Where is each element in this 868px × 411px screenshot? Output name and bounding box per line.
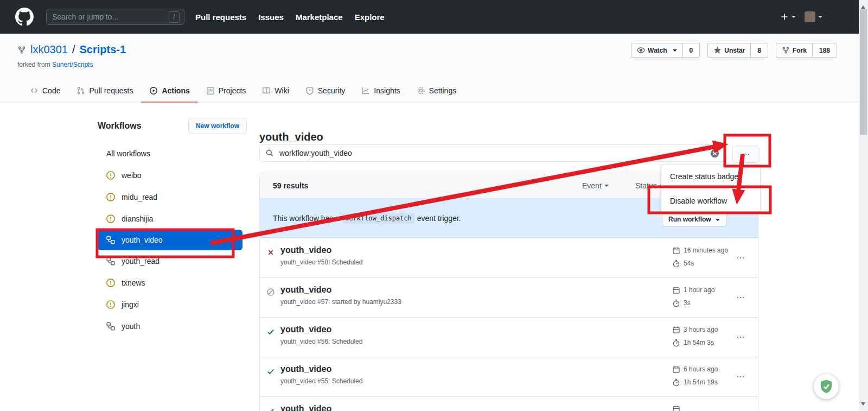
tab-insights[interactable]: Insights [353,80,408,103]
sidebar-item-youth[interactable]: youth [98,315,247,337]
run-row: youth_video youth_video #56: Scheduled 3… [260,317,758,357]
run-title-link[interactable]: youth_video [280,285,401,295]
workflow-icon [106,257,115,265]
sidebar-item-youth_video[interactable]: youth_video [98,230,242,250]
navbar-right [780,0,822,34]
repo-owner-link[interactable]: lxk0301 [30,43,68,56]
calendar-icon [672,286,680,294]
run-subtitle: youth_video #56: Scheduled [280,338,362,345]
top-navbar: / Pull requests Issues Marketplace Explo… [0,0,859,34]
event-filter[interactable]: Event [582,173,609,198]
github-logo-icon[interactable] [15,8,34,26]
tab-code[interactable]: Code [22,80,68,103]
banner-text: event trigger. [417,214,461,223]
run-options-button[interactable] [736,293,745,302]
page-scrollbar[interactable] [859,0,868,411]
runs-filter-input[interactable] [278,148,706,158]
global-search-input[interactable] [51,12,169,22]
user-menu[interactable] [805,11,822,22]
tab-label: Actions [162,86,189,95]
sidebar-item-dianshijia[interactable]: dianshijia [98,208,247,230]
run-subtitle: youth_video #55: Scheduled [280,377,362,385]
results-count: 59 results [273,181,308,190]
workflow-options-menu: Create status badge Disable workflow [661,164,761,213]
scrollbar-up-arrow[interactable] [861,3,865,9]
tab-projects[interactable]: Projects [198,80,254,103]
sidebar-item-weibo[interactable]: weibo [98,165,247,186]
fork-button[interactable]: Fork [776,43,813,58]
tab-settings[interactable]: Settings [409,80,465,103]
eye-icon [637,46,645,54]
repo-action-buttons: Watch 0 Unstar 8 Fork 188 [631,43,837,58]
watch-button[interactable]: Watch [631,43,683,58]
repo-name-link[interactable]: Scripts-1 [80,43,126,56]
calendar-icon [672,405,680,411]
global-search-box[interactable]: / [46,9,184,25]
star-count[interactable]: 8 [751,43,768,58]
nav-explore[interactable]: Explore [355,12,385,22]
unstar-button[interactable]: Unstar [707,43,751,58]
unstar-label: Unstar [724,47,745,54]
forked-from-link[interactable]: Sunert/Scripts [52,61,93,68]
watch-count[interactable]: 0 [683,43,700,58]
run-options-button[interactable] [736,372,745,381]
sidebar-item-all-workflows[interactable]: All workflows [98,143,247,165]
tab-label: Wiki [275,86,289,95]
repo-tabs: Code Pull requests Actions Projects Wiki… [22,80,464,103]
run-time: 6 hours ago [684,365,718,373]
create-new-menu[interactable] [780,12,796,21]
menu-item-disable-workflow[interactable]: Disable workflow [661,188,760,212]
sidebar-item-jingxi[interactable]: jingxi [98,294,247,315]
global-nav: Pull requests Issues Marketplace Explore [195,0,385,34]
run-workflow-button[interactable]: Run workflow [662,212,726,226]
scrollbar-down-arrow[interactable] [861,402,865,408]
run-options-button[interactable] [736,333,745,342]
menu-item-create-status-badge[interactable]: Create status badge [661,165,760,188]
run-title-link[interactable]: youth_video [280,245,362,255]
tab-wiki[interactable]: Wiki [254,80,297,103]
git-pull-request-icon [76,86,85,95]
workflow-label: jingxi [122,300,139,309]
clear-filter-icon[interactable] [710,149,719,158]
avatar[interactable] [805,11,815,22]
run-title-link[interactable]: youth_video [280,404,331,411]
calendar-icon [672,246,680,255]
workflow-list: All workflows weibo midu_read dianshijia… [98,143,247,337]
tab-security[interactable]: Security [297,80,354,103]
run-duration: 1h 54m 3s [684,339,714,346]
adguard-badge[interactable] [814,374,839,399]
run-options-button[interactable] [736,254,745,262]
fork-count[interactable]: 188 [813,43,837,58]
status-filter[interactable]: Status [635,173,664,198]
github-actions-page: / Pull requests Issues Marketplace Explo… [0,0,868,411]
sidebar-item-txnews[interactable]: txnews [98,272,247,294]
tab-pull-requests[interactable]: Pull requests [68,80,141,103]
nav-pull-requests[interactable]: Pull requests [195,12,246,22]
gear-icon [417,86,425,95]
run-time: 3 hours ago [684,326,718,333]
star-button-group: Unstar 8 [707,43,768,58]
tab-label: Code [42,86,60,95]
nav-issues[interactable]: Issues [258,12,284,22]
kebab-horizontal-icon [736,293,745,302]
sidebar-item-youth_read[interactable]: youth_read [98,250,247,272]
sidebar-item-midu_read[interactable]: midu_read [98,186,247,208]
alert-octagon-icon [106,171,115,180]
run-title-link[interactable]: youth_video [280,364,362,374]
watch-button-group: Watch 0 [631,43,700,58]
tab-actions[interactable]: Actions [141,80,197,103]
kebab-horizontal-icon [736,333,745,342]
run-title-link[interactable]: youth_video [280,325,362,334]
workflow-label: All workflows [106,149,150,158]
run-row: youth_video youth_video #57: started by … [260,277,758,317]
run-duration: 1h 54m 19s [684,378,718,386]
scrollbar-thumb[interactable] [860,9,867,135]
new-workflow-button[interactable]: New workflow [188,118,247,134]
play-icon [149,86,158,95]
runs-filter-box[interactable] [259,144,725,162]
run-workflow-label: Run workflow [668,216,711,223]
workflow-icon [106,322,115,331]
forked-from: forked from Sunert/Scripts [17,61,93,68]
fork-label: Fork [793,47,807,54]
nav-marketplace[interactable]: Marketplace [296,12,343,22]
